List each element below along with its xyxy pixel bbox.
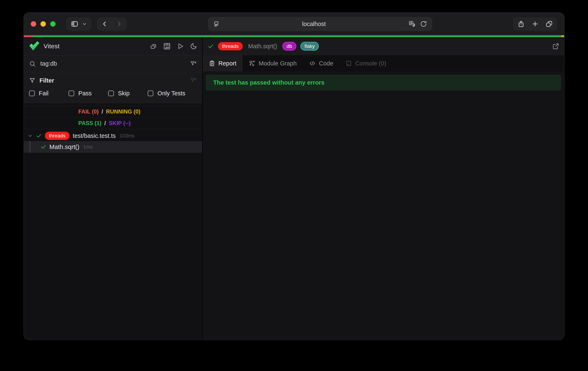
tag-db: db: [283, 42, 296, 50]
pool-badge: threads: [45, 132, 70, 140]
running-count: RUNNING (0): [106, 109, 140, 115]
toolbar-right-group: [513, 17, 557, 30]
app-title: Vitest: [44, 43, 60, 50]
filter-options: Fail Pass Skip Only Tests: [29, 88, 197, 99]
address-bar[interactable]: localhost: [208, 17, 432, 31]
pass-check-icon: [41, 144, 46, 150]
reader-icon[interactable]: [213, 21, 220, 27]
dark-mode-icon[interactable]: [190, 43, 197, 50]
run-all-icon[interactable]: [177, 43, 184, 50]
chevron-down-icon[interactable]: [28, 133, 33, 139]
sidebar-toggle-group: [66, 17, 92, 30]
tree-row-file[interactable]: threads test/basic.test.ts 103ms: [24, 130, 202, 141]
share-icon[interactable]: [517, 20, 525, 28]
test-tree: threads test/basic.test.ts 103ms Math.sq…: [24, 130, 202, 153]
test-progress-bar: [24, 35, 564, 37]
progress-fail-segment: [24, 35, 33, 37]
reload-icon[interactable]: [420, 21, 427, 27]
console-icon: [346, 60, 352, 66]
file-duration: 103ms: [120, 133, 135, 139]
collapse-panels-icon[interactable]: [150, 43, 157, 50]
filter-checkbox-fail[interactable]: Fail: [29, 90, 69, 97]
sidebar-header: Vitest: [24, 37, 202, 55]
module-graph-icon: [249, 60, 255, 67]
zoom-button[interactable]: [50, 21, 56, 27]
indent-guide: [30, 141, 30, 153]
sidebar: Vitest: [24, 37, 202, 340]
tab-overview-icon[interactable]: [546, 20, 553, 28]
browser-toolbar: localhost: [24, 13, 564, 35]
pool-badge: threads: [218, 42, 243, 50]
fail-count: FAIL (0): [78, 109, 99, 115]
tab-bar: Report Module Graph Code: [203, 55, 564, 71]
window-controls: [31, 21, 56, 27]
report-icon: [209, 60, 215, 66]
tag-flaky: flaky: [300, 42, 319, 50]
code-icon: [309, 60, 316, 67]
skip-count: SKIP (--): [109, 120, 131, 127]
test-duration: 1ms: [83, 144, 93, 150]
back-icon[interactable]: [101, 21, 108, 27]
main-panel: threads Math.sqrt() db flaky Report: [202, 37, 564, 340]
nav-buttons: [97, 17, 127, 30]
status-row-pass-skip: PASS (1) / SKIP (--): [24, 118, 202, 129]
progress-skip-segment: [561, 35, 564, 37]
checkbox: [148, 90, 153, 96]
translate-icon[interactable]: [409, 21, 415, 27]
pass-message: The test has passed without any errors: [206, 75, 561, 90]
chevron-down-icon[interactable]: [82, 21, 87, 26]
forward-icon[interactable]: [116, 21, 122, 27]
checkbox: [29, 90, 35, 96]
search-bar: [24, 55, 202, 72]
sidebar-icon[interactable]: [71, 20, 78, 28]
checkbox: [108, 90, 114, 96]
filter-checkbox-only-tests[interactable]: Only Tests: [148, 90, 197, 97]
checkbox: [69, 90, 74, 96]
status-row-fail-running: FAIL (0) / RUNNING (0): [24, 106, 202, 118]
dashboard-icon[interactable]: [163, 42, 171, 50]
tab-module-graph[interactable]: Module Graph: [242, 55, 303, 71]
test-name: Math.sqrt(): [49, 143, 79, 150]
tab-code[interactable]: Code: [303, 55, 339, 71]
filter-section: Filter Fail Pass: [24, 72, 202, 103]
test-title: Math.sqrt(): [248, 43, 277, 50]
funnel-icon: [29, 77, 35, 84]
pass-count: PASS (1): [78, 120, 101, 127]
filter-title: Filter: [40, 77, 54, 84]
search-icon: [29, 60, 36, 67]
tree-row-test-selected[interactable]: Math.sqrt() 1ms: [24, 141, 202, 153]
close-button[interactable]: [31, 21, 36, 27]
tab-report[interactable]: Report: [203, 55, 242, 71]
main-header: threads Math.sqrt() db flaky: [203, 37, 564, 55]
pass-check-icon: [208, 43, 214, 49]
browser-window: localhost: [23, 12, 565, 340]
filter-checkbox-skip[interactable]: Skip: [108, 90, 148, 97]
filter-checkbox-pass[interactable]: Pass: [69, 90, 108, 97]
minimize-button[interactable]: [41, 21, 46, 27]
report-panel: The test has passed without any errors: [203, 71, 564, 340]
open-external-icon[interactable]: [552, 43, 559, 50]
tab-console[interactable]: Console (0): [339, 55, 392, 71]
filter-clear-disabled-icon[interactable]: [190, 77, 197, 84]
vitest-logo: [29, 41, 40, 52]
file-name: test/basic.test.ts: [73, 132, 116, 139]
new-tab-icon[interactable]: [532, 20, 539, 28]
progress-pass-segment: [33, 35, 561, 37]
filter-clear-icon[interactable]: [190, 60, 197, 67]
nav-separator: [112, 20, 112, 28]
search-input[interactable]: [40, 60, 186, 67]
url-text[interactable]: localhost: [220, 21, 409, 28]
status-summary: FAIL (0) / RUNNING (0) PASS (1) / SKIP (…: [24, 106, 202, 129]
pass-check-icon: [36, 133, 42, 139]
